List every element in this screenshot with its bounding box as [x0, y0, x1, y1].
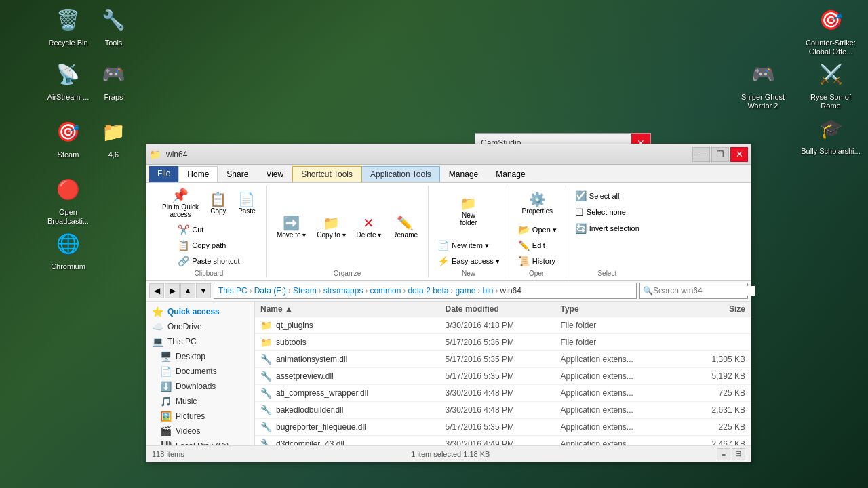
- table-row[interactable]: 🔧 animationsystem.dll 5/17/2016 5:35 PM …: [255, 351, 751, 368]
- invert-selection-button[interactable]: 🔄 Invert selection: [572, 221, 643, 236]
- tab-file[interactable]: File: [149, 166, 178, 182]
- navigation-buttons: ◀ ▶ ▲ ▼: [149, 283, 211, 298]
- edit-button[interactable]: ✏️ Edit: [515, 238, 560, 253]
- nav-onedrive[interactable]: ☁️ OneDrive: [146, 319, 254, 334]
- tab-share[interactable]: Share: [218, 166, 257, 182]
- file-date: 3/30/2016 4:18 PM: [440, 318, 555, 333]
- file-date: 3/30/2016 4:49 PM: [440, 436, 555, 445]
- col-header-size[interactable]: Size: [670, 302, 751, 317]
- tab-manage-2[interactable]: Manage: [487, 166, 534, 182]
- table-row[interactable]: 🔧 bakedlodbuilder.dll 3/30/2016 4:48 PM …: [255, 402, 751, 419]
- desktop-icon-counterstrike[interactable]: 🎯 Counter-Strike: Global Offe...: [800, 3, 861, 56]
- desktop-icon-obs[interactable]: 🔴 Open Broadcasti...: [43, 173, 94, 226]
- desktop-icon-chromium[interactable]: 🌐 Chromium: [43, 227, 94, 271]
- rename-button[interactable]: ✏️ Rename: [387, 214, 422, 241]
- tab-view[interactable]: View: [257, 166, 292, 182]
- file-explorer-window: 📁 win64 — ☐ ✕ File Home Share View Short…: [146, 144, 751, 462]
- fraps-label: Fraps: [104, 93, 123, 102]
- paste-shortcut-icon: 🔗: [178, 256, 189, 266]
- col-header-type[interactable]: Type: [555, 302, 670, 317]
- tab-manage-1[interactable]: Manage: [440, 166, 487, 182]
- breadcrumb-thispc[interactable]: This PC: [218, 286, 248, 296]
- properties-button[interactable]: ⚙️ Properties: [517, 190, 558, 218]
- open-button[interactable]: 📂 Open ▾: [515, 222, 560, 237]
- table-row[interactable]: 📁 subtools 5/17/2016 5:36 PM File folder: [255, 334, 751, 351]
- list-view-button[interactable]: ≡: [717, 448, 730, 460]
- desktop-icon-bully[interactable]: 🎓 Bully Scholarshi...: [800, 112, 861, 156]
- new-item-button[interactable]: 📄 New item ▾: [434, 238, 503, 253]
- address-breadcrumb[interactable]: This PC › Data (F:) › Steam › steamapps …: [214, 283, 637, 299]
- nav-videos[interactable]: 🎬 Videos: [146, 424, 254, 439]
- nav-desktop[interactable]: 🖥️ Desktop: [146, 349, 254, 364]
- tab-application-tools[interactable]: Application Tools: [361, 166, 440, 182]
- select-all-button[interactable]: ☑️ Select all: [572, 188, 643, 203]
- breadcrumb-sep-7: ›: [478, 286, 481, 296]
- select-none-button[interactable]: ☐ Select none: [572, 205, 643, 220]
- table-row[interactable]: 🔧 ati_compress_wrapper.dll 3/30/2016 4:4…: [255, 385, 751, 402]
- delete-button[interactable]: ✕ Delete ▾: [352, 214, 387, 241]
- breadcrumb-steam[interactable]: Steam: [293, 286, 317, 296]
- desktop-icon-airstream[interactable]: 📡 AirStream-...: [43, 58, 94, 102]
- search-input[interactable]: [653, 286, 755, 296]
- nav-downloads[interactable]: ⬇️ Downloads: [146, 379, 254, 394]
- nav-documents[interactable]: 📄 Documents: [146, 364, 254, 379]
- pin-to-quick-access-button[interactable]: 📌 Pin to Quickaccess: [157, 186, 203, 221]
- file-type: Application extens...: [555, 436, 670, 445]
- breadcrumb-steamapps[interactable]: steamapps: [323, 286, 363, 296]
- copy-button[interactable]: 📋 Copy: [205, 190, 232, 218]
- table-row[interactable]: 🔧 assetpreview.dll 5/17/2016 5:35 PM App…: [255, 368, 751, 385]
- pin-icon: 📌: [172, 188, 189, 202]
- nav-music-label: Music: [176, 396, 197, 406]
- tab-home[interactable]: Home: [178, 166, 218, 182]
- ribbon-group-new: 📁 Newfolder 📄 New item ▾ ⚡ Easy access ▾…: [429, 186, 509, 277]
- copy-path-button[interactable]: 📋 Copy path: [174, 238, 243, 253]
- file-icon: 🔧: [260, 439, 272, 445]
- cut-button[interactable]: ✂️ Cut: [174, 222, 243, 237]
- desktop-icon-recycle-bin[interactable]: 🗑️ Recycle Bin: [43, 3, 94, 47]
- file-icon: 🔧: [260, 371, 272, 382]
- nav-pictures[interactable]: 🖼️ Pictures: [146, 409, 254, 424]
- downloads-icon: ⬇️: [160, 381, 172, 392]
- minimize-button[interactable]: —: [692, 147, 710, 162]
- back-button[interactable]: ◀: [149, 283, 164, 298]
- search-bar[interactable]: 🔍: [639, 283, 748, 299]
- details-view-button[interactable]: ⊞: [732, 448, 745, 460]
- tab-shortcut-tools[interactable]: Shortcut Tools: [292, 166, 361, 182]
- desktop-icon-sniperghost[interactable]: 🎮 Sniper Ghost Warrior 2: [732, 58, 793, 110]
- breadcrumb-dota2[interactable]: dota 2 beta: [408, 286, 448, 296]
- nav-music[interactable]: 🎵 Music: [146, 394, 254, 409]
- easy-access-button[interactable]: ⚡ Easy access ▾: [434, 253, 503, 268]
- recent-button[interactable]: ▼: [196, 283, 211, 298]
- desktop-icon-folder46[interactable]: 📁 4,6: [88, 115, 139, 159]
- close-button[interactable]: ✕: [730, 147, 748, 162]
- table-row[interactable]: 📁 qt_plugins 3/30/2016 4:18 PM File fold…: [255, 317, 751, 334]
- documents-icon: 📄: [160, 366, 172, 377]
- desktop-icon-fraps[interactable]: 🎮 Fraps: [88, 58, 139, 102]
- breadcrumb-game[interactable]: game: [456, 286, 476, 296]
- desktop-icon-steam[interactable]: 🎯 Steam: [43, 115, 94, 159]
- clipboard-main-buttons: 📌 Pin to Quickaccess 📋 Copy 📄 Paste: [157, 186, 260, 221]
- forward-button[interactable]: ▶: [165, 283, 180, 298]
- move-to-button[interactable]: ➡️ Move to ▾: [272, 214, 311, 241]
- desktop-icon-nav: 🖥️: [160, 351, 172, 362]
- paste-button[interactable]: 📄 Paste: [233, 190, 260, 218]
- copy-to-button[interactable]: 📁 Copy to ▾: [312, 214, 350, 241]
- paste-shortcut-button[interactable]: 🔗 Paste shortcut: [174, 253, 243, 268]
- breadcrumb-common[interactable]: common: [370, 286, 401, 296]
- table-row[interactable]: 🔧 bugreporter_filequeue.dll 5/17/2016 5:…: [255, 419, 751, 436]
- breadcrumb-bin[interactable]: bin: [483, 286, 494, 296]
- file-date: 3/30/2016 4:48 PM: [440, 403, 555, 418]
- new-folder-button[interactable]: 📁 Newfolder: [455, 194, 482, 229]
- col-header-name[interactable]: Name ▲: [255, 302, 440, 317]
- nav-localc[interactable]: 💾 Local Disk (C:): [146, 439, 254, 445]
- col-header-date[interactable]: Date modified: [440, 302, 555, 317]
- desktop-icon-tools[interactable]: 🔧 Tools: [88, 3, 139, 47]
- maximize-button[interactable]: ☐: [711, 147, 729, 162]
- nav-thispc[interactable]: 💻 This PC: [146, 334, 254, 349]
- up-button[interactable]: ▲: [180, 283, 195, 298]
- table-row[interactable]: 🔧 d3dcompiler_43.dll 3/30/2016 4:49 PM A…: [255, 436, 751, 445]
- history-button[interactable]: 📜 History: [515, 253, 560, 268]
- nav-quick-access[interactable]: ⭐ Quick access: [146, 304, 254, 319]
- breadcrumb-dataf[interactable]: Data (F:): [254, 286, 286, 296]
- desktop-icon-ryse[interactable]: ⚔️ Ryse Son of Rome: [800, 58, 861, 110]
